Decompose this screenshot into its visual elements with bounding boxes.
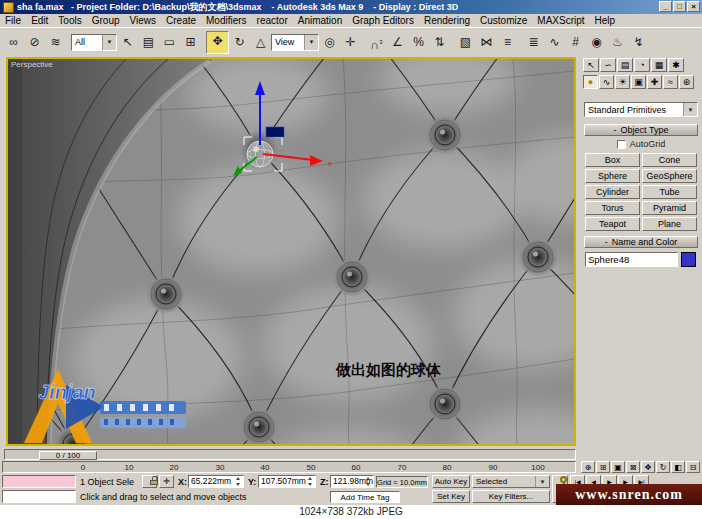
x-spinner[interactable]: [235, 477, 242, 486]
sphere-button[interactable]: Sphere: [585, 169, 640, 183]
y-coord-field[interactable]: 107.507mm: [258, 475, 316, 488]
menu-help[interactable]: Help: [590, 14, 621, 27]
close-button[interactable]: ×: [687, 1, 700, 12]
cameras-category-icon[interactable]: ▣: [631, 75, 646, 89]
absolute-mode-button[interactable]: ✛: [159, 475, 174, 488]
select-and-link-icon[interactable]: ∞: [3, 32, 24, 53]
auto-key-button[interactable]: Auto Key: [432, 475, 470, 488]
time-slider-track[interactable]: 0 / 100: [4, 449, 576, 460]
tube-button[interactable]: Tube: [642, 185, 697, 199]
zoom-icon[interactable]: ⊕: [581, 461, 595, 473]
modify-tab-icon[interactable]: ∽: [600, 58, 616, 72]
cylinder-button[interactable]: Cylinder: [585, 185, 640, 199]
snap-toggle-icon[interactable]: ∩3: [366, 32, 387, 53]
zoom-extents-icon[interactable]: ▣: [611, 461, 625, 473]
helpers-category-icon[interactable]: ✚: [647, 75, 662, 89]
key-filters-button[interactable]: Key Filters...: [472, 490, 550, 503]
reference-coordinate-dropdown[interactable]: View ▼: [271, 34, 319, 51]
mirror-icon[interactable]: ⋈: [476, 32, 497, 53]
menu-reactor[interactable]: reactor: [252, 14, 293, 27]
layer-manager-icon[interactable]: ≣: [523, 32, 544, 53]
cone-button[interactable]: Cone: [642, 153, 697, 167]
named-selection-sets-icon[interactable]: ▧: [455, 32, 476, 53]
object-type-rollout[interactable]: - Object Type: [584, 124, 698, 136]
viewport-config-icon[interactable]: ⊟: [686, 461, 700, 473]
menu-file[interactable]: File: [0, 14, 26, 27]
viewport-canvas[interactable]: x 做出如图的球体 Jinjan: [8, 59, 574, 444]
add-time-tag[interactable]: Add Time Tag: [330, 491, 400, 503]
maximize-viewport-icon[interactable]: ◧: [671, 461, 685, 473]
systems-category-icon[interactable]: ⊛: [679, 75, 694, 89]
curve-editor-icon[interactable]: ∿: [544, 32, 565, 53]
plane-button[interactable]: Plane: [642, 217, 697, 231]
motion-tab-icon[interactable]: ◔: [634, 58, 650, 72]
pan-icon[interactable]: ✥: [641, 461, 655, 473]
menu-edit[interactable]: Edit: [26, 14, 53, 27]
viewport-label[interactable]: Perspective: [11, 60, 53, 69]
utilities-tab-icon[interactable]: ✱: [668, 58, 684, 72]
name-color-rollout[interactable]: - Name and Color: [584, 236, 698, 248]
select-by-name-icon[interactable]: ▤: [138, 32, 159, 53]
render-scene-icon[interactable]: ♨: [607, 32, 628, 53]
menu-tools[interactable]: Tools: [53, 14, 86, 27]
rectangular-selection-icon[interactable]: ▭: [159, 32, 180, 53]
create-tab-icon[interactable]: ↖: [583, 58, 599, 72]
minimize-button[interactable]: _: [659, 1, 672, 12]
unlink-selection-icon[interactable]: ⊘: [24, 32, 45, 53]
select-and-move-icon[interactable]: ✥: [206, 31, 229, 54]
menu-animation[interactable]: Animation: [293, 14, 347, 27]
menu-rendering[interactable]: Rendering: [419, 14, 475, 27]
key-filter-dropdown[interactable]: Selected▼: [472, 475, 550, 488]
teapot-button[interactable]: Teapot: [585, 217, 640, 231]
use-center-icon[interactable]: ◎: [319, 32, 340, 53]
z-spinner[interactable]: [365, 477, 372, 486]
geometry-category-icon[interactable]: ●: [583, 75, 598, 89]
pyramid-button[interactable]: Pyramid: [642, 201, 697, 215]
title-bar[interactable]: sha fa.max - Project Folder: D:\Backup\我…: [0, 0, 702, 14]
y-spinner[interactable]: [307, 477, 314, 486]
spinner-snap-icon[interactable]: ⇅: [429, 32, 450, 53]
align-icon[interactable]: ≡: [497, 32, 518, 53]
menu-modifiers[interactable]: Modifiers: [201, 14, 252, 27]
maxscript-listener-input[interactable]: [2, 490, 76, 503]
select-and-scale-icon[interactable]: △: [250, 32, 271, 53]
perspective-viewport[interactable]: Perspective: [6, 57, 576, 446]
primitives-dropdown[interactable]: Standard Primitives ▼: [584, 102, 698, 117]
bind-to-space-warp-icon[interactable]: ≋: [45, 32, 66, 53]
arc-rotate-icon[interactable]: ↻: [656, 461, 670, 473]
select-and-rotate-icon[interactable]: ↻: [229, 32, 250, 53]
maximize-button[interactable]: □: [673, 1, 686, 12]
percent-snap-icon[interactable]: %: [408, 32, 429, 53]
x-coord-field[interactable]: 65.222mm: [188, 475, 244, 488]
space-warps-category-icon[interactable]: ≈: [663, 75, 678, 89]
menu-customize[interactable]: Customize: [475, 14, 532, 27]
display-tab-icon[interactable]: ▦: [651, 58, 667, 72]
hierarchy-tab-icon[interactable]: ▤: [617, 58, 633, 72]
time-slider-thumb[interactable]: 0 / 100: [39, 451, 97, 460]
shapes-category-icon[interactable]: ∿: [599, 75, 614, 89]
zoom-region-icon[interactable]: ⊠: [626, 461, 640, 473]
select-object-icon[interactable]: ↖: [117, 32, 138, 53]
track-bar-ruler[interactable]: 0 10 20 30 40 50 60 70 80 90 100: [2, 461, 576, 473]
menu-group[interactable]: Group: [87, 14, 125, 27]
object-color-swatch[interactable]: [681, 252, 696, 267]
autogrid-checkbox[interactable]: [617, 140, 626, 149]
menu-create[interactable]: Create: [161, 14, 201, 27]
object-name-field[interactable]: [585, 252, 678, 267]
torus-button[interactable]: Torus: [585, 201, 640, 215]
menu-views[interactable]: Views: [125, 14, 162, 27]
box-button[interactable]: Box: [585, 153, 640, 167]
material-editor-icon[interactable]: ◉: [586, 32, 607, 53]
geosphere-button[interactable]: GeoSphere: [642, 169, 697, 183]
window-crossing-icon[interactable]: ⊞: [180, 32, 201, 53]
zoom-all-icon[interactable]: ⊞: [596, 461, 610, 473]
z-coord-field[interactable]: 121.98mm: [330, 475, 374, 488]
menu-graph-editors[interactable]: Graph Editors: [347, 14, 419, 27]
maxscript-mini-listener[interactable]: [2, 475, 76, 488]
select-and-manipulate-icon[interactable]: ✛: [340, 32, 361, 53]
angle-snap-icon[interactable]: ∠: [387, 32, 408, 53]
set-key-button[interactable]: Set Key: [432, 490, 470, 503]
selection-lock-button[interactable]: [142, 475, 157, 488]
quick-render-icon[interactable]: ↯: [628, 32, 649, 53]
selection-filter-dropdown[interactable]: All ▼: [71, 34, 117, 51]
